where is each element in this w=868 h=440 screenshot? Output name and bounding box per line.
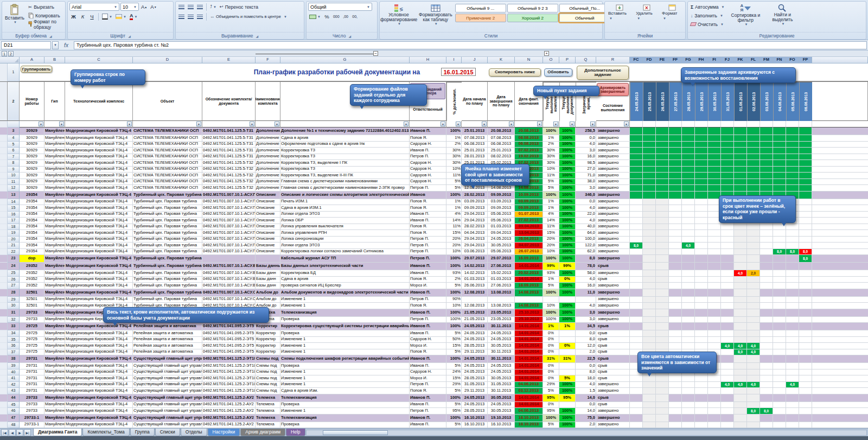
gantt-cell[interactable] (799, 237, 812, 243)
cell[interactable]: 29354 (20, 249, 44, 256)
gantt-cell[interactable] (747, 212, 760, 218)
cell[interactable]: 24.05.2013 (462, 363, 488, 369)
cell[interactable]: 100% (559, 388, 576, 394)
gantt-cell[interactable] (656, 375, 669, 382)
gantt-cell[interactable] (760, 323, 773, 330)
gantt-cell[interactable] (773, 283, 786, 289)
date-fact-cell[interactable]: 14.01.2014 (515, 375, 543, 382)
align-bottom-button[interactable] (196, 3, 204, 11)
gantt-cell[interactable] (773, 237, 786, 243)
cell[interactable]: Мануйленко (44, 375, 65, 382)
cell[interactable]: 100% (559, 179, 576, 186)
cell[interactable]: Модернизация Кировской ТЭЦ-4 (65, 343, 133, 349)
gantt-cell[interactable] (656, 212, 669, 218)
fill-button[interactable]: ↓Заполнить▼ (690, 11, 725, 20)
gantt-cell[interactable] (708, 277, 721, 283)
cell[interactable]: Релейная защита и автоматика (133, 349, 202, 356)
cell[interactable]: Мануйленко (44, 369, 65, 376)
gantt-cell[interactable] (656, 330, 669, 337)
cell[interactable]: Модернизация Кировской ТЭЦ-4 (65, 297, 133, 303)
cell[interactable]: 08.02.2013 (488, 154, 515, 161)
gantt-cell[interactable] (669, 148, 682, 154)
gantt-cell[interactable] (734, 263, 747, 270)
gantt-cell[interactable] (721, 148, 734, 154)
cell[interactable]: 100% (446, 317, 462, 323)
filter-dropdown-icon[interactable]: ▼ (441, 122, 445, 126)
gantt-cell[interactable] (721, 309, 734, 317)
gantt-cell[interactable] (630, 167, 643, 173)
cell[interactable]: 30929 (20, 160, 44, 167)
column-header[interactable]: P (559, 57, 576, 63)
gantt-cell[interactable] (656, 224, 669, 231)
gantt-cell[interactable] (773, 199, 786, 206)
gantt-cell[interactable] (786, 297, 799, 303)
cell[interactable]: 100% (446, 289, 462, 297)
cell[interactable]: Изменение 1 (280, 408, 410, 415)
fill-color-button[interactable]: ▼ (114, 12, 127, 21)
cell[interactable]: Существующий главный щит управления (133, 355, 202, 363)
cell[interactable]: Иванов П. (410, 309, 446, 317)
cell[interactable]: Релейная защита и автоматика (133, 337, 202, 343)
cell[interactable]: 12.08.2013 (462, 289, 488, 297)
gantt-cell[interactable] (799, 218, 812, 224)
gantt-cell[interactable] (669, 192, 682, 199)
cell[interactable]: Модернизация Кировской ТЭЦ-4 (65, 337, 133, 343)
status-cell[interactable]: срыв (596, 355, 630, 363)
cell[interactable]: 29354 (20, 243, 44, 249)
row-header[interactable]: 30 (8, 303, 20, 309)
dialog-launcher-icon[interactable]: ◢ (49, 34, 52, 38)
gantt-cell[interactable] (799, 192, 812, 199)
cell[interactable]: Попов Я. (410, 224, 446, 231)
gantt-cell[interactable] (786, 289, 799, 297)
sheet-tab[interactable]: Настройки (208, 429, 240, 436)
find-select-button[interactable]: Найти и выделить▼ (765, 3, 799, 27)
cell[interactable]: 100% (559, 135, 576, 142)
gantt-cell[interactable] (721, 167, 734, 173)
cell[interactable]: 0492.М1Т01.007.10.1-АСУ.ПБ.2 (202, 249, 256, 256)
cell[interactable]: Иванов П. (410, 394, 446, 402)
gantt-cell[interactable]: 8,0 (799, 249, 812, 256)
cell[interactable]: Турбинный цех. Паровая турбина (133, 205, 202, 212)
filter-dropdown-icon[interactable]: ▼ (59, 122, 64, 126)
cell[interactable]: Телемеханизация (280, 415, 410, 422)
cell[interactable]: 4% (543, 212, 559, 218)
status-cell[interactable]: срыв (596, 363, 630, 369)
row-header[interactable]: 48 (8, 422, 20, 429)
gantt-cell[interactable] (760, 154, 773, 161)
gantt-cell[interactable] (656, 369, 669, 376)
cell[interactable]: 0492.М1Т01.041.095.2-ЭТ5 (202, 337, 256, 343)
gantt-cell[interactable] (773, 270, 786, 277)
cell[interactable]: 58,0 (576, 270, 596, 277)
cell[interactable]: Петров П. (410, 154, 446, 161)
gantt-cell[interactable] (760, 218, 773, 224)
gantt-cell[interactable] (786, 363, 799, 369)
cell[interactable]: 258,5 (576, 127, 596, 135)
format-cells-button[interactable]: Формат ▼ (660, 3, 684, 22)
gantt-cell[interactable] (760, 237, 773, 243)
cell-style-swatch[interactable]: Обычный 9 ... (455, 4, 506, 12)
gantt-cell[interactable] (773, 408, 786, 415)
gantt-cell[interactable] (643, 224, 656, 231)
gantt-cell[interactable] (799, 199, 812, 206)
gantt-cell[interactable] (760, 388, 773, 394)
gantt-cell[interactable] (643, 249, 656, 256)
cell[interactable]: Мануйленко (44, 154, 65, 161)
cell[interactable]: 30929 (20, 179, 44, 186)
format-as-table-button[interactable]: Форматировать как таблицу▼ (418, 3, 454, 27)
row-header[interactable]: 44 (8, 394, 20, 402)
cell[interactable]: Модернизация Кировской ТЭЦ-4 (65, 255, 133, 263)
row-header[interactable]: 12 (8, 185, 20, 192)
gantt-cell[interactable] (630, 263, 643, 270)
cell[interactable]: 29733 (20, 394, 44, 402)
cell[interactable]: 07.08.2013 (462, 135, 488, 142)
gantt-cell[interactable] (734, 142, 747, 148)
gantt-cell[interactable] (643, 199, 656, 206)
gantt-cell[interactable] (708, 205, 721, 212)
column-header[interactable]: FH (695, 57, 708, 63)
gantt-cell[interactable] (669, 349, 682, 356)
cell[interactable]: Петров П. (410, 297, 446, 303)
cell[interactable]: Проверка (280, 363, 410, 369)
cell[interactable]: 20% (446, 243, 462, 249)
gantt-cell[interactable] (708, 249, 721, 256)
cell[interactable]: 2% (446, 142, 462, 148)
